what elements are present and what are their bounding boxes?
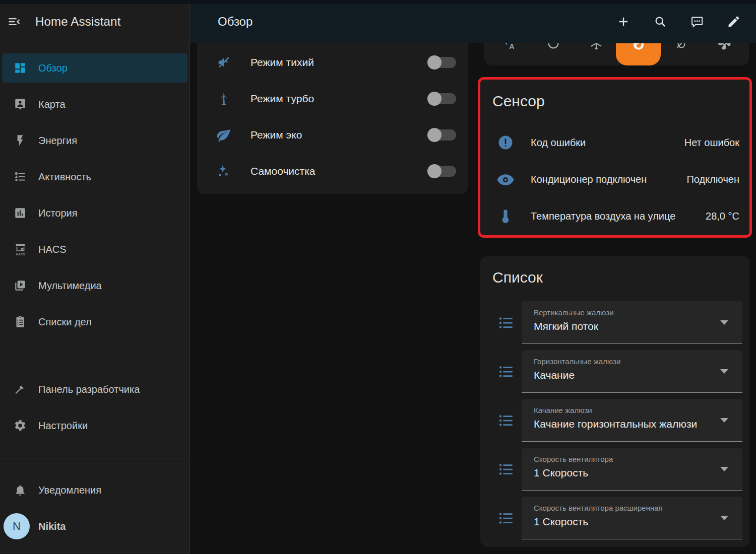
toggle-quiet-mode[interactable] [427,55,456,70]
sensor-card-title: Сенсор [492,93,545,110]
toggle-turbo-mode[interactable] [427,92,456,106]
dry-icon[interactable] [674,43,689,51]
chevron-down-icon [720,516,728,520]
history-chart-icon [2,206,38,220]
switch-label: Режим эко [250,129,302,141]
sidebar-item-label: Настройки [38,420,88,432]
logbook-list-icon [2,170,38,183]
sensor-name: Кондиционер подключен [531,174,647,185]
toggle-eco-mode[interactable] [427,128,456,142]
select-field-blind-swing[interactable]: Качание жалюзи Качание горизонтальных жа… [522,399,742,442]
select-field-vertical-blinds[interactable]: Вертикальные жалюзи Мягкий поток [522,301,742,344]
sidebar-item-energy[interactable]: Энергия [2,126,187,155]
switch-label: Режим тихий [250,56,314,68]
select-row-vertical-blinds: Вертикальные жалюзи Мягкий поток [480,301,749,344]
snowflake-icon[interactable] [589,43,604,51]
fire-icon[interactable] [631,43,646,51]
sidebar-item-label: Активность [38,171,91,183]
list-bulleted-icon [494,461,518,478]
switch-label: Самоочистка [250,165,316,177]
hacs-store-icon: HACS [2,242,38,256]
search-icon[interactable] [653,15,667,29]
energy-flash-icon [2,134,38,147]
list-bulleted-icon [494,363,518,380]
menu-open-icon[interactable] [0,15,28,29]
sidebar-item-notifications[interactable]: Уведомления [2,475,187,505]
sensor-name: Код ошибки [531,137,586,149]
bell-icon [2,483,38,497]
sensor-name: Температура воздуха на улице [531,211,675,222]
sidebar-divider [0,458,190,458]
dashboard-icon [2,61,38,75]
eye-icon [480,170,531,188]
edit-pencil-icon[interactable] [727,15,741,29]
sidebar: Home Assistant Обзор Карта Энергия [0,0,190,554]
switch-row-quiet: Режим тихий [197,44,468,81]
todo-clipboard-icon [2,315,38,328]
switch-label: Режим турбо [250,93,314,105]
app-title: Home Assistant [35,15,121,29]
auto-mode-icon[interactable]: A [503,43,518,51]
alert-circle-icon [480,134,531,151]
header-actions [616,15,756,29]
switches-card: Режим тихий Режим турбо Режим эко Самооч… [197,43,468,194]
media-play-icon [2,279,38,292]
sidebar-item-todo[interactable]: Списки дел [2,307,187,336]
user-name: Nikita [38,521,66,532]
assist-chat-icon[interactable] [690,15,704,29]
sensor-row-error-code[interactable]: Код ошибки Нет ошибок [480,127,749,158]
list-bulleted-icon [494,314,518,331]
settings-gear-icon [2,419,38,432]
sidebar-item-label: Мультимедиа [38,280,102,292]
sidebar-item-label: Энергия [38,135,77,147]
sidebar-item-map[interactable]: Карта [2,90,187,119]
select-field-fan-speed-extended[interactable]: Скорость вентилятора расширенная 1 Скоро… [522,497,742,539]
chevron-down-icon [720,369,728,374]
list-bulleted-icon [494,510,518,527]
list-bulleted-icon [494,412,518,429]
select-label: Скорость вентилятора расширенная [534,504,663,512]
chevron-down-icon [720,418,728,423]
sidebar-item-history[interactable]: История [2,198,187,228]
sidebar-item-user[interactable]: N Nikita [2,512,187,541]
page-title: Обзор [218,15,253,29]
plus-icon[interactable] [616,15,631,29]
map-person-icon [2,98,38,111]
select-field-fan-speed[interactable]: Скорость вентилятора 1 Скорость [522,448,742,491]
select-row-blind-swing: Качание жалюзи Качание горизонтальных жа… [480,399,749,442]
sensor-row-outdoor-temp[interactable]: Температура воздуха на улице 28,0 °C [480,201,749,231]
chevron-down-icon [720,320,728,325]
leaf-icon [197,127,250,143]
sidebar-item-media[interactable]: Мультимедиа [2,271,187,300]
svg-text:A: A [510,43,515,50]
sidebar-item-hacs[interactable]: HACS HACS [2,235,187,264]
toggle-self-clean[interactable] [427,164,456,178]
sidebar-item-overview[interactable]: Обзор [2,53,187,83]
select-card: Список Вертикальные жалюзи Мягкий поток … [480,256,749,547]
switch-row-selfclean: Самоочистка [197,153,468,189]
sidebar-item-logbook[interactable]: Активность [2,162,187,191]
sidebar-item-label: HACS [38,244,67,255]
sidebar-item-label: История [38,207,78,219]
sparkles-icon [197,163,250,179]
sidebar-item-developer-tools[interactable]: Панель разработчика [2,375,187,404]
select-field-horizontal-blinds[interactable]: Горизонтальные жалюзи Качание [522,350,742,393]
fan-icon[interactable] [717,43,732,51]
select-value: 1 Скорость [534,467,716,479]
sidebar-item-label: Панель разработчика [38,384,140,395]
chevron-down-icon [720,467,728,471]
select-row-horizontal-blinds: Горизонтальные жалюзи Качание [480,350,749,393]
switch-row-eco: Режим эко [197,117,468,153]
select-label: Горизонтальные жалюзи [534,357,620,366]
volume-off-icon [197,54,250,71]
sensor-row-ac-connected[interactable]: Кондиционер подключен Подключен [480,164,749,194]
sensor-value: Подключен [686,174,749,185]
select-label: Вертикальные жалюзи [534,308,614,317]
select-row-fan-speed-extended: Скорость вентилятора расширенная 1 Скоро… [480,497,749,539]
avatar: N [4,513,30,539]
select-label: Качание жалюзи [534,406,592,414]
select-value: Качание [534,369,716,381]
sidebar-item-settings[interactable]: Настройки [2,411,187,440]
power-icon[interactable] [546,43,561,51]
select-value: Качание горизонтальных жалюзи [534,418,716,430]
